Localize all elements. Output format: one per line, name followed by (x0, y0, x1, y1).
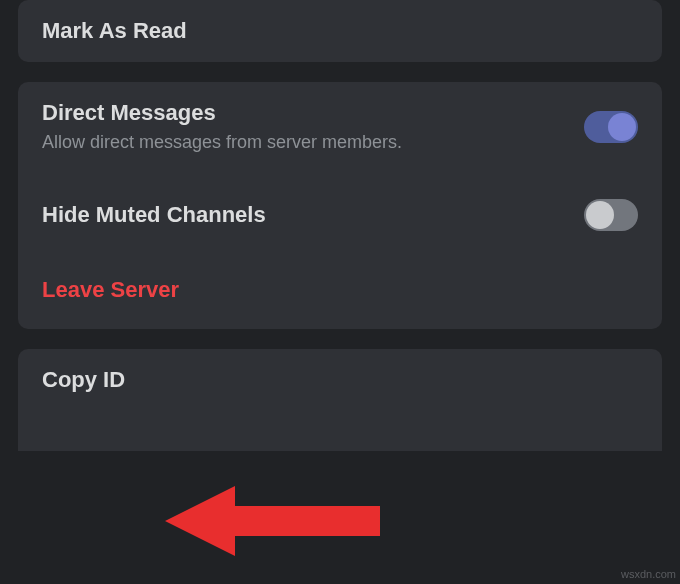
copy-id-item[interactable]: Copy ID (18, 349, 662, 411)
direct-messages-subtitle: Allow direct messages from server member… (42, 132, 402, 153)
toggle-thumb (586, 201, 614, 229)
section-copy-id: Copy ID (18, 349, 662, 451)
mark-as-read-item[interactable]: Mark As Read (18, 0, 662, 62)
annotation-arrow-icon (165, 476, 385, 566)
hide-muted-channels-title: Hide Muted Channels (42, 202, 266, 228)
direct-messages-content: Direct Messages Allow direct messages fr… (42, 100, 402, 153)
leave-server-label: Leave Server (42, 277, 179, 303)
leave-server-item[interactable]: Leave Server (18, 249, 662, 329)
direct-messages-item[interactable]: Direct Messages Allow direct messages fr… (18, 82, 662, 171)
hide-muted-channels-toggle[interactable] (584, 199, 638, 231)
direct-messages-title: Direct Messages (42, 100, 402, 126)
watermark-text: wsxdn.com (621, 568, 676, 580)
section-mark-read: Mark As Read (18, 0, 662, 62)
svg-marker-0 (165, 486, 380, 556)
hide-muted-channels-item[interactable]: Hide Muted Channels (18, 171, 662, 249)
mark-as-read-label: Mark As Read (42, 18, 187, 44)
direct-messages-toggle[interactable] (584, 111, 638, 143)
toggle-thumb (608, 113, 636, 141)
copy-id-label: Copy ID (42, 367, 125, 393)
section-server-settings: Direct Messages Allow direct messages fr… (18, 82, 662, 329)
